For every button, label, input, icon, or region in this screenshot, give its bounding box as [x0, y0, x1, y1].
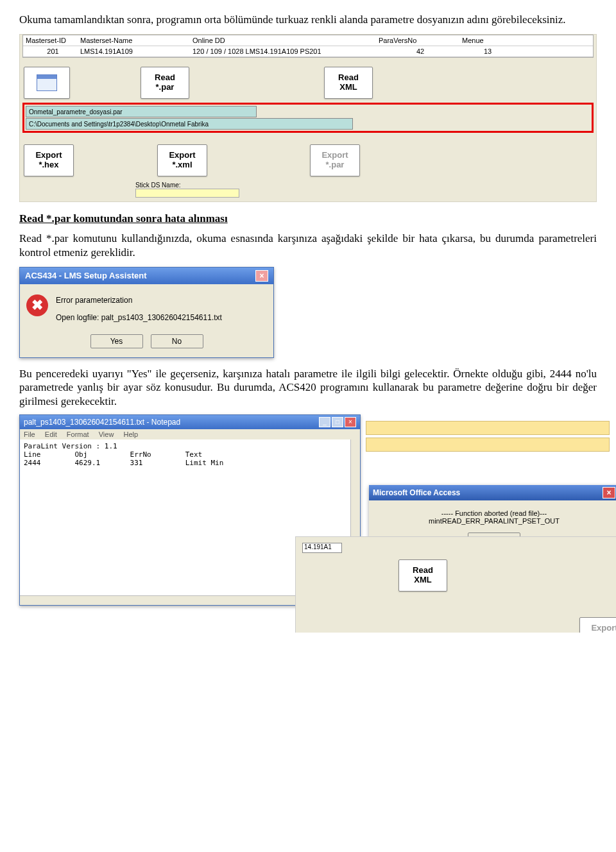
col-header-online-dd: Online DD: [193, 37, 379, 44]
menu-help[interactable]: Help: [123, 430, 138, 438]
cell-masterset-name: LMS14.191A109: [80, 47, 193, 55]
highlighted-file-area: Onmetal_parametre_dosyasi.par C:\Documen…: [22, 103, 594, 133]
col-header-menue: Menue: [462, 37, 513, 44]
close-icon[interactable]: ×: [255, 270, 268, 282]
export-par-button-disabled: Export *.par: [310, 144, 360, 176]
read-par-button[interactable]: Read *.par: [141, 67, 189, 99]
read-xml-button[interactable]: Read XML: [324, 67, 373, 99]
error-line-1: Error parameterization: [56, 294, 222, 307]
maximize-icon[interactable]: □: [332, 417, 343, 427]
yes-button[interactable]: Yes: [90, 334, 143, 348]
error-dialog: ACS434 - LMS Setup Assistent × ✖ Error p…: [19, 267, 274, 358]
calendar-icon: [37, 74, 57, 91]
cell-online-dd: 120 / 109 / 1028 LMS14.191A109 PS201: [193, 47, 379, 55]
stick-ds-label: Stick DS Name:: [135, 182, 596, 189]
read-xml-button-bottom[interactable]: Read XML: [398, 559, 447, 592]
param-file-name-field: Onmetal_parametre_dosyasi.par: [26, 106, 257, 117]
masterset-table: Masterset-ID Masterset-Name Online DD Pa…: [22, 35, 594, 58]
para-read-error: Read *.par komutunu kullandığınızda, oku…: [19, 232, 597, 259]
menu-view[interactable]: View: [99, 430, 114, 438]
app-screenshot-top: Masterset-ID Masterset-Name Online DD Pa…: [19, 34, 597, 202]
col-header-masterset-name: Masterset-Name: [80, 37, 193, 44]
calendar-icon-button[interactable]: [24, 67, 70, 99]
no-button[interactable]: No: [151, 334, 203, 348]
stick-ds-field[interactable]: [135, 189, 239, 198]
bottom-composite: palt_ps1403_130626042154611.txt - Notepa…: [19, 414, 597, 620]
np-line1: Line Obj ErrNo Text: [24, 450, 202, 459]
minimize-icon[interactable]: _: [319, 417, 330, 427]
cell-paraversno: 42: [379, 47, 462, 55]
cell-menue: 13: [462, 47, 513, 55]
export-hex-button[interactable]: Export *.hex: [24, 144, 74, 176]
menu-format[interactable]: Format: [67, 430, 89, 438]
access-dialog-title: Microsoft Office Access: [373, 488, 460, 497]
export-par-button-bottom: Export *.par: [579, 617, 616, 633]
notepad-menu[interactable]: File Edit Format View Help: [20, 429, 360, 439]
bottom-app-panel: 14.191A1 Read XML Export *.par: [295, 536, 616, 633]
col-header-masterset-id: Masterset-ID: [26, 37, 80, 44]
menu-edit[interactable]: Edit: [45, 430, 57, 438]
menu-file[interactable]: File: [24, 430, 35, 438]
notepad-title: palt_ps1403_130626042154611.txt - Notepa…: [24, 418, 180, 427]
np-line0: ParaLint Version : 1.1: [24, 442, 117, 450]
col-header-paraversno: ParaVersNo: [379, 37, 462, 44]
error-dialog-title: ACS434 - LMS Setup Assistent: [25, 271, 147, 280]
section-heading: Read *.par komutundan sonra hata alınmas…: [19, 212, 597, 225]
param-file-path-field: C:\Documents and Settings\tr1p2384\Deskt…: [26, 118, 353, 130]
yellow-highlight-bars: [366, 421, 610, 454]
intro-paragraph: Okuma tamamlandıktan sonra, programın or…: [19, 13, 597, 26]
error-icon: ✖: [26, 294, 48, 316]
small-id-field: 14.191A1: [302, 543, 342, 553]
cell-masterset-id: 201: [26, 47, 80, 55]
para-post-error: Bu penceredeki uyarıyı "Yes" ile geçerse…: [19, 367, 597, 408]
export-xml-button[interactable]: Export *.xml: [157, 144, 207, 176]
error-line-2: Open logfile: palt_ps1403_13062604215461…: [56, 312, 222, 324]
np-line2: 2444 4629.1 331 Limit Min: [24, 459, 223, 467]
close-icon[interactable]: ×: [603, 487, 615, 498]
access-dialog-msg: ----- Function aborted (read file)--- mi…: [375, 509, 613, 525]
close-icon[interactable]: ×: [345, 417, 356, 427]
